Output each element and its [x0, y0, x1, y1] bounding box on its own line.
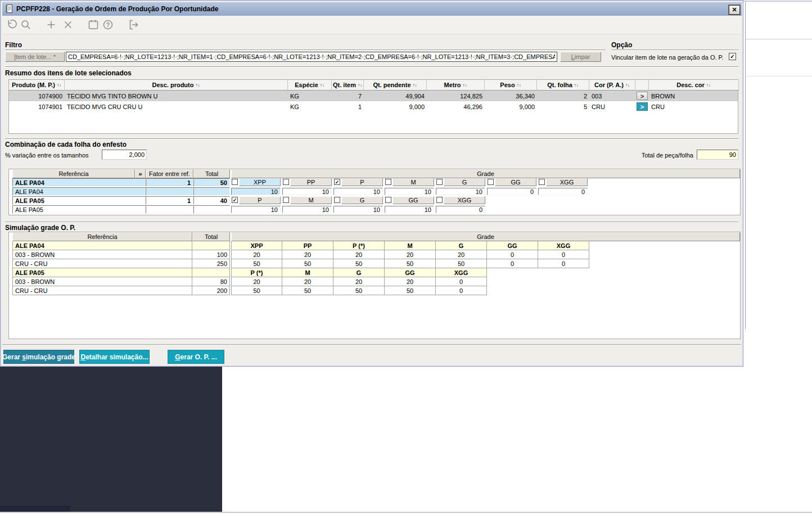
grade-size-value[interactable]: 10 — [385, 206, 434, 213]
grade-size-checkbox[interactable] — [436, 197, 443, 203]
sim-row-value-cell: 20 — [385, 250, 436, 259]
resumo-column-header[interactable]: Desc. produto↑↓ — [65, 80, 288, 91]
vincular-checkbox[interactable]: ✓ — [729, 53, 736, 60]
grade-size-value[interactable]: 10 — [333, 188, 383, 195]
grade-size-label[interactable]: G — [444, 178, 485, 186]
grade-fator-cell[interactable]: 1 — [146, 178, 193, 187]
grade-size-label[interactable]: XPP — [239, 178, 281, 186]
button-label: D — [80, 353, 85, 361]
resumo-column-header[interactable]: Qt. item↑↓ — [332, 80, 364, 91]
gerar-op-button[interactable]: Gerar O. P. ... — [168, 350, 224, 364]
grade-fator-cell[interactable] — [146, 187, 193, 196]
sim-size-header-cell: G — [436, 241, 487, 250]
grade-size-checkbox[interactable] — [283, 179, 289, 185]
variacao-input[interactable] — [102, 150, 147, 160]
total-peca-folha-input[interactable] — [697, 150, 738, 160]
resumo-table: Produto (M. P.)↑↓Desc. produto↑↓Espécie↑… — [8, 79, 738, 134]
grid-header-referencia[interactable]: Referência — [12, 169, 135, 178]
grade-ref-cell[interactable]: ALE PA04 — [12, 187, 146, 196]
resumo-column-header[interactable]: Desc. cor↑↓ — [649, 80, 739, 91]
grade-size-value[interactable]: 10 — [282, 188, 332, 195]
grade-size-label[interactable]: P — [239, 196, 281, 204]
close-button[interactable]: ✕ — [728, 4, 741, 15]
grade-size-value[interactable]: 10 — [385, 188, 434, 195]
grade-total-cell[interactable]: 50 — [193, 178, 230, 187]
grade-size-value[interactable]: 0 — [487, 188, 536, 195]
grade-size-label[interactable]: XGG — [444, 196, 485, 204]
grade-size-value[interactable]: 0 — [436, 206, 485, 213]
filter-input[interactable] — [66, 52, 557, 62]
resumo-column-header[interactable]: Espécie↑↓ — [288, 80, 332, 91]
grade-ref-cell[interactable]: ALE PA05 — [12, 205, 146, 214]
grade-size-label[interactable]: M — [393, 178, 434, 186]
resumo-cell: 124,825 — [427, 91, 485, 101]
grade-size-label[interactable]: GG — [393, 196, 434, 204]
grid-header-fator[interactable]: Fator entre ref. — [146, 169, 193, 178]
grade-fator-cell[interactable] — [146, 205, 193, 214]
grade-size-value[interactable]: 0 — [538, 188, 588, 195]
resumo-column-header[interactable]: Cor (P. A.)↑↓ — [589, 80, 635, 91]
row-detail-button[interactable]: > — [637, 92, 648, 100]
resumo-column-header[interactable]: Metro↑↓ — [427, 80, 485, 91]
grade-size-value[interactable]: 10 — [333, 206, 383, 213]
sort-indicator-icon: ↑↓ — [320, 83, 324, 88]
grade-total-cell[interactable]: 40 — [193, 196, 230, 205]
title-bar[interactable]: PCPFP228 - Geração de Ordem de Produção … — [2, 2, 742, 16]
sim-row-value-cell: 0 — [538, 259, 589, 268]
grade-size-checkbox[interactable] — [539, 179, 545, 185]
grade-size-value[interactable]: 10 — [436, 188, 485, 195]
grade-ref-cell[interactable]: ALE PA04 — [12, 178, 146, 187]
grade-size-checkbox[interactable] — [232, 179, 238, 185]
detalhar-simulacao-button[interactable]: Detalhar simulação... — [79, 350, 150, 364]
resumo-column-header[interactable]: Qt. folha↑↓ — [537, 80, 589, 91]
item-de-lote-button[interactable]: Item de lote... * — [5, 52, 65, 62]
grade-ref-cell[interactable]: ALE PA05 — [12, 196, 146, 205]
resumo-row[interactable]: 1074901TECIDO MVG CRU CRU UKG19,00046,29… — [9, 101, 738, 112]
grade-size-checkbox[interactable] — [385, 197, 391, 203]
grid-header-total[interactable]: Total — [193, 169, 230, 178]
grade-size-checkbox[interactable] — [436, 179, 443, 185]
add-icon[interactable] — [45, 19, 57, 31]
grade-size-label[interactable]: GG — [495, 178, 536, 186]
sim-row-value-cell: 0 — [487, 259, 538, 268]
resumo-column-header[interactable]: Peso↑↓ — [485, 80, 537, 91]
button-label: erar O. P. ... — [181, 353, 217, 361]
refresh-icon[interactable] — [5, 19, 17, 31]
grade-size-label[interactable]: G — [341, 196, 383, 204]
divider — [5, 222, 738, 223]
grade-size-checkbox[interactable] — [488, 179, 494, 185]
help-icon[interactable]: ? — [102, 19, 114, 31]
grade-size-cell: XGG — [436, 196, 486, 205]
search-icon[interactable] — [20, 19, 32, 31]
grade-size-value[interactable]: 10 — [231, 206, 281, 213]
row-detail-button[interactable]: > — [637, 102, 648, 111]
gerar-simulacao-grade-button[interactable]: Gerar simulação grade — [3, 350, 74, 364]
sim-size-header-cell: P (*) — [231, 268, 282, 277]
grade-size-label[interactable]: P — [341, 178, 383, 186]
grade-size-label[interactable]: PP — [290, 178, 332, 186]
grade-size-checkbox[interactable] — [334, 197, 340, 203]
limpar-button[interactable]: Limpar — [560, 52, 601, 62]
grade-size-checkbox[interactable]: ✓ — [334, 179, 340, 185]
grade-total-cell[interactable] — [193, 187, 230, 196]
grade-size-checkbox[interactable] — [385, 179, 391, 185]
grade-size-label[interactable]: XGG — [546, 178, 588, 186]
grid-header-expand-button[interactable]: » — [135, 169, 146, 178]
sort-indicator-icon: ↑↓ — [706, 83, 711, 88]
resumo-column-header[interactable]: Produto (M. P.)↑↓ — [9, 80, 65, 91]
delete-icon[interactable] — [62, 19, 74, 31]
grade-size-label[interactable]: M — [290, 196, 332, 204]
resumo-column-header[interactable] — [635, 80, 649, 91]
resumo-row[interactable]: 1074900TECIDO MVG TINTO BROWN UKG749,904… — [9, 91, 738, 101]
grade-total-cell[interactable] — [193, 205, 230, 214]
calendar-icon[interactable] — [87, 19, 100, 31]
resumo-column-header[interactable]: Qt. pendente↑↓ — [364, 80, 427, 91]
sim-row-total-cell: 80 — [192, 277, 230, 286]
grade-size-cell: G — [436, 178, 486, 187]
grade-size-checkbox[interactable] — [283, 197, 289, 203]
grade-size-checkbox[interactable]: ✓ — [232, 197, 238, 203]
grade-size-value[interactable]: 10 — [231, 188, 281, 195]
grade-size-value[interactable]: 10 — [282, 206, 332, 213]
grade-fator-cell[interactable]: 1 — [146, 196, 193, 205]
exit-icon[interactable] — [127, 19, 139, 31]
